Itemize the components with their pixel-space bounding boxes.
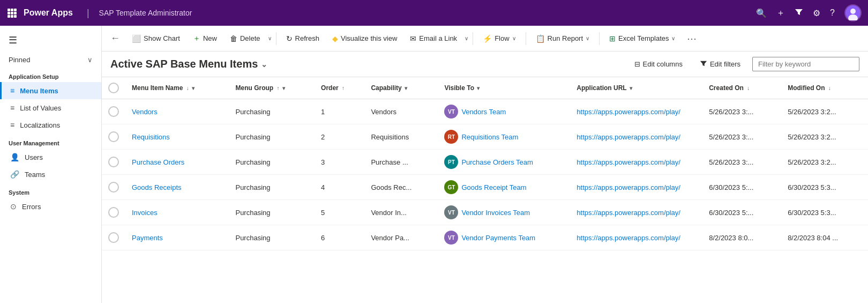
application-url-link[interactable]: https://apps.powerapps.com/play/ (577, 108, 680, 116)
new-label: New (203, 34, 217, 42)
delete-button[interactable]: 🗑 Delete (225, 31, 266, 46)
select-all-header[interactable] (102, 77, 125, 99)
back-button[interactable]: ← (106, 29, 124, 47)
team-name-link[interactable]: Requisitions Team (461, 133, 518, 141)
cell-menu-group: Purchasing (229, 200, 315, 225)
application-url-link[interactable]: https://apps.powerapps.com/play/ (577, 234, 680, 242)
cell-menu-group: Purchasing (229, 225, 315, 250)
row-select-cell[interactable] (102, 124, 125, 150)
hamburger-menu[interactable]: ☰ (0, 30, 101, 50)
cell-created-on: 5/26/2023 3:... (702, 124, 781, 150)
menu-item-name-link[interactable]: Invoices (132, 209, 158, 217)
application-url-link[interactable]: https://apps.powerapps.com/play/ (577, 183, 680, 191)
view-header-actions: ⊟ Edit columns Edit filters (629, 57, 860, 71)
menu-items-icon: ≡ (10, 86, 14, 95)
application-url-link[interactable]: https://apps.powerapps.com/play/ (577, 209, 680, 217)
row-checkbox[interactable] (108, 157, 119, 167)
cell-modified-on: 5/26/2023 3:2... (781, 150, 868, 175)
col-header-order[interactable]: Order ↑ (315, 77, 364, 99)
help-icon[interactable]: ? (830, 8, 835, 18)
show-chart-button[interactable]: ⬜ Show Chart (126, 31, 185, 46)
menu-item-name-link[interactable]: Vendors (132, 108, 158, 116)
menu-item-name-link[interactable]: Goods Receipts (132, 183, 182, 191)
sidebar-item-teams[interactable]: 🔗 Teams (0, 166, 101, 183)
section-user-management: User Management 👤 Users 🔗 Teams (0, 134, 101, 183)
email-link-button[interactable]: ✉ Email a Link (405, 31, 462, 46)
menu-item-name-link[interactable]: Requisitions (132, 133, 170, 141)
section-system: System ⊙ Errors (0, 183, 101, 215)
col-header-capability[interactable]: Capability ▾ (364, 77, 438, 99)
row-checkbox[interactable] (108, 232, 119, 243)
filter-keyword-input[interactable] (752, 57, 859, 71)
row-checkbox[interactable] (108, 131, 119, 142)
visualize-button[interactable]: ◆ Visualize this view (327, 31, 402, 46)
delete-dropdown-icon[interactable]: ∨ (268, 35, 272, 41)
table-row: Payments Purchasing 6 Vendor Pa... VT Ve… (102, 225, 868, 250)
refresh-button[interactable]: ↻ Refresh (281, 31, 325, 46)
row-select-cell[interactable] (102, 150, 125, 175)
select-all-checkbox[interactable] (108, 83, 119, 93)
sidebar-item-users[interactable]: 👤 Users (0, 149, 101, 166)
filter-menu-group-icon: ▾ (282, 85, 285, 91)
topbar-divider: | (87, 8, 89, 19)
excel-templates-button[interactable]: ⊞ Excel Templates ∨ (604, 31, 680, 46)
edit-columns-button[interactable]: ⊟ Edit columns (629, 57, 688, 71)
team-name-link[interactable]: Goods Receipt Team (461, 183, 526, 191)
row-checkbox[interactable] (108, 207, 119, 218)
team-name-link[interactable]: Vendors Team (461, 108, 506, 116)
flow-button[interactable]: ⚡ Flow ∨ (477, 31, 521, 46)
sidebar-item-list-of-values[interactable]: ≡ List of Values (0, 99, 101, 116)
svg-rect-3 (8, 12, 10, 14)
edit-filters-button[interactable]: Edit filters (694, 57, 746, 71)
sort-order-icon: ↑ (342, 85, 345, 91)
row-select-cell[interactable] (102, 175, 125, 200)
cell-capability: Requisitions (364, 124, 438, 150)
new-button[interactable]: ＋ New (188, 31, 222, 47)
view-title-chevron-icon[interactable]: ⌄ (261, 60, 267, 69)
cell-menu-item-name: Goods Receipts (125, 175, 229, 200)
excel-icon: ⊞ (609, 34, 616, 43)
col-header-visible-to[interactable]: Visible To ▾ (438, 77, 570, 99)
app-grid-icon[interactable] (6, 8, 17, 18)
cell-order: 6 (315, 225, 364, 250)
search-icon[interactable]: 🔍 (756, 8, 767, 18)
col-header-menu-group[interactable]: Menu Group ↑ ▾ (229, 77, 315, 99)
row-checkbox[interactable] (108, 182, 119, 193)
col-header-modified-on[interactable]: Modified On ↓ (781, 77, 868, 99)
more-options-button[interactable]: ⋯ (683, 29, 701, 48)
user-avatar[interactable] (844, 4, 862, 21)
email-dropdown-icon[interactable]: ∨ (465, 35, 468, 41)
col-header-menu-item-name[interactable]: Menu Item Name ↓ ▾ (125, 77, 229, 99)
filter-icon[interactable] (795, 8, 803, 18)
sidebar-item-menu-items[interactable]: ≡ Menu Items (0, 82, 101, 99)
cell-application-url: https://apps.powerapps.com/play/ (570, 175, 702, 200)
row-select-cell[interactable] (102, 99, 125, 124)
teams-icon: 🔗 (10, 170, 19, 179)
pinned-row[interactable]: Pinned ∨ (0, 53, 101, 67)
cell-visible-to: VT Vendor Payments Team (438, 225, 570, 250)
col-header-application-url[interactable]: Application URL ▾ (570, 77, 702, 99)
team-name-link[interactable]: Purchase Orders Team (461, 158, 533, 166)
sidebar-item-localizations[interactable]: ≡ Localizations (0, 116, 101, 134)
row-select-cell[interactable] (102, 225, 125, 250)
application-url-link[interactable]: https://apps.powerapps.com/play/ (577, 158, 680, 166)
row-select-cell[interactable] (102, 200, 125, 225)
team-name-link[interactable]: Vendor Payments Team (461, 234, 535, 242)
application-url-link[interactable]: https://apps.powerapps.com/play/ (577, 133, 680, 141)
row-checkbox[interactable] (108, 106, 119, 117)
view-title-text: Active SAP Base Menu Items (110, 58, 258, 70)
menu-item-name-link[interactable]: Payments (132, 234, 163, 242)
cell-menu-item-name: Payments (125, 225, 229, 250)
table-row: Vendors Purchasing 1 Vendors VT Vendors … (102, 99, 868, 124)
sidebar-item-label-errors: Errors (22, 203, 41, 211)
settings-icon[interactable]: ⚙ (813, 8, 820, 18)
team-name-link[interactable]: Vendor Invoices Team (461, 209, 530, 217)
add-icon[interactable]: ＋ (776, 8, 785, 19)
run-report-button[interactable]: 📋 Run Report ∨ (530, 31, 595, 46)
menu-item-name-link[interactable]: Purchase Orders (132, 158, 184, 166)
filter-visible-to-icon: ▾ (477, 85, 480, 91)
sidebar-item-errors[interactable]: ⊙ Errors (0, 198, 101, 215)
col-header-created-on[interactable]: Created On ↓ (702, 77, 781, 99)
cell-created-on: 8/2/2023 8:0... (702, 225, 781, 250)
team-avatar: VT (444, 231, 458, 245)
